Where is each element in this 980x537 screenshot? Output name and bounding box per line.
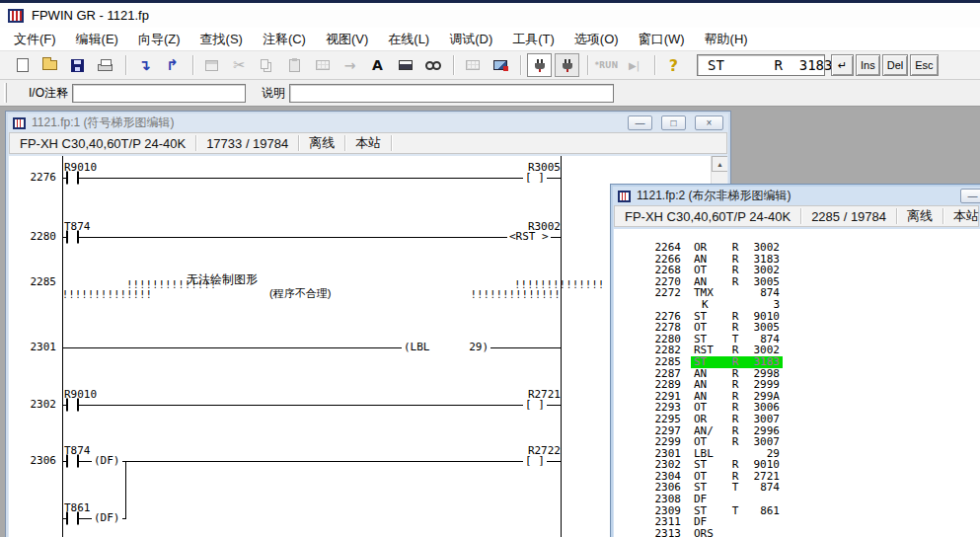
close-button[interactable]: ×: [695, 115, 723, 130]
error-marks-right: !!!!!!!!!!!!!!!!!!!!!!!!!!!!: [450, 270, 561, 310]
esc-key[interactable]: Esc: [910, 54, 938, 76]
jump-to-icon: →: [338, 53, 362, 77]
io-comment-bar: I/O注释 说明: [0, 80, 980, 107]
no-contact[interactable]: [66, 399, 79, 412]
output-coil[interactable]: [ ]: [523, 455, 547, 467]
main-titlebar[interactable]: FPWIN GR - 1121.fp: [0, 3, 980, 28]
toolbar-separator: [453, 55, 455, 75]
bool-row[interactable]: 2278OTR3005: [624, 322, 980, 334]
description-input[interactable]: [289, 84, 614, 103]
rung-number: 2302: [11, 399, 56, 411]
online-offline-state: 离线: [299, 135, 345, 151]
main-window-title: FPWIN GR - 1121.fp: [32, 8, 149, 23]
output-coil[interactable]: [ ]: [523, 399, 547, 411]
menu-item-5[interactable]: 注释(C): [253, 28, 316, 51]
run-mode-icon: *RUN: [594, 53, 619, 77]
online-mode-icon[interactable]: [527, 53, 552, 77]
menu-item-10[interactable]: 选项(O): [565, 28, 629, 51]
rung-number: 2285: [11, 276, 56, 288]
del-key[interactable]: Del: [882, 54, 909, 76]
text-comment-icon[interactable]: A: [365, 53, 390, 77]
menu-item-9[interactable]: 工具(T): [502, 28, 565, 51]
menu-item-1[interactable]: 文件(F): [4, 28, 66, 51]
label-instruction[interactable]: (LBL 29): [402, 342, 490, 353]
ladder-status-bar: FP-XH C30,40,60T/P 24-40K 17733 / 19784 …: [9, 132, 727, 154]
bool-row[interactable]: 2289ANR2999: [624, 379, 980, 391]
bool-row[interactable]: 2264ORR3002: [624, 242, 980, 254]
menu-item-3[interactable]: 向导(Z): [128, 28, 190, 51]
rung-wire: [62, 461, 561, 462]
new-file-icon[interactable]: [10, 53, 35, 77]
menu-item-6[interactable]: 视图(V): [316, 28, 378, 51]
ins-key[interactable]: Ins: [856, 54, 880, 76]
no-contact[interactable]: [66, 172, 79, 185]
register-monitor-icon: [199, 53, 224, 77]
mdi-workspace: 1121.fp:1 (符号梯形图编辑) — □ × FP-XH C30,40,6…: [0, 107, 980, 537]
boolean-list-area[interactable]: 2264ORR30022266ANR31832268OTR30022270ANR…: [614, 229, 980, 537]
df-instruction[interactable]: (DF): [92, 455, 122, 467]
help-icon[interactable]: ?: [661, 53, 686, 77]
upload-from-plc-icon[interactable]: ↴: [132, 53, 157, 77]
rung-number: 2276: [11, 172, 56, 184]
output-coil[interactable]: [ ]: [523, 172, 547, 184]
branch-wire: [125, 461, 126, 519]
step-run-icon: ▶|: [622, 53, 646, 77]
ladder-window-titlebar[interactable]: 1121.fp:1 (符号梯形图编辑) — □ ×: [6, 112, 730, 132]
no-contact[interactable]: [66, 231, 79, 244]
app-icon: [8, 9, 24, 23]
download-to-plc-icon[interactable]: ↱: [160, 53, 185, 77]
bool-row-selected[interactable]: 2285STR3183: [624, 356, 980, 368]
menu-item-2[interactable]: 编辑(E): [66, 28, 128, 51]
right-power-rail: [561, 156, 562, 537]
bool-row[interactable]: 2308DF: [624, 494, 980, 505]
rung-wire: [62, 178, 561, 179]
toolbar-separator: [587, 55, 589, 75]
minimize-button[interactable]: —: [960, 189, 980, 203]
toolbar: ↴↱✂→A*RUN▶|?ST R 3183↵InsDelEsc: [0, 50, 980, 80]
plc-type: FP-XH C30,40,60T/P 24-40K: [615, 208, 801, 224]
bool-row[interactable]: 2313ORS: [624, 528, 980, 537]
no-contact[interactable]: [66, 512, 79, 525]
draw-error-subtext: (程序不合理): [269, 286, 331, 301]
station: 本站: [345, 135, 392, 151]
rst-instruction[interactable]: <RST >: [507, 231, 551, 243]
bool-row[interactable]: 2272TMX874: [624, 287, 980, 299]
bool-row[interactable]: 2299OTR3007: [624, 436, 980, 448]
io-comment-input[interactable]: [72, 84, 246, 103]
no-contact[interactable]: [66, 455, 79, 468]
maximize-button[interactable]: □: [661, 115, 686, 130]
offline-mode-icon[interactable]: [555, 53, 579, 77]
station: 本站: [943, 208, 980, 224]
find-icon[interactable]: [420, 53, 445, 77]
monitor-display-icon[interactable]: [488, 53, 512, 77]
toolbar-separator: [125, 55, 127, 75]
print-icon[interactable]: [93, 53, 117, 77]
bool-row[interactable]: 2295ORR3007: [624, 414, 980, 425]
enter-key[interactable]: ↵: [831, 54, 854, 76]
document-icon: [13, 117, 26, 129]
boolean-editor-window: 1121.fp:2 (布尔非梯形图编辑) — FP-XH C30,40,60T/…: [610, 184, 980, 537]
menu-item-11[interactable]: 窗口(W): [629, 28, 695, 51]
minimize-button[interactable]: —: [628, 115, 652, 130]
save-file-icon[interactable]: [65, 53, 90, 77]
boolean-window-titlebar[interactable]: 1121.fp:2 (布尔非梯形图编辑) —: [611, 185, 980, 205]
scroll-up-button[interactable]: ▲: [712, 156, 727, 172]
toolbar-separator: [520, 55, 522, 75]
description-label: 说明: [262, 85, 285, 102]
split-window-icon[interactable]: [393, 53, 417, 77]
bool-row[interactable]: K3: [624, 299, 980, 311]
menu-item-7[interactable]: 在线(L): [378, 28, 439, 51]
instruction-entry-field[interactable]: ST R 3183: [697, 54, 825, 76]
toolbar-grip: [4, 83, 7, 103]
rung-number: 2301: [11, 342, 56, 353]
cut-icon: ✂: [227, 53, 252, 77]
document-icon: [618, 191, 631, 202]
menu-item-4[interactable]: 查找(S): [190, 28, 253, 51]
df-instruction[interactable]: (DF): [92, 512, 122, 524]
boolean-window-title: 1121.fp:2 (布尔非梯形图编辑): [637, 188, 791, 204]
open-file-icon[interactable]: [38, 53, 62, 77]
toolbar-separator: [654, 55, 656, 75]
menu-bar: 文件(F)编辑(E)向导(Z)查找(S)注释(C)视图(V)在线(L)调试(D)…: [0, 28, 980, 50]
menu-item-8[interactable]: 调试(D): [439, 28, 502, 51]
menu-item-12[interactable]: 帮助(H): [695, 28, 758, 51]
